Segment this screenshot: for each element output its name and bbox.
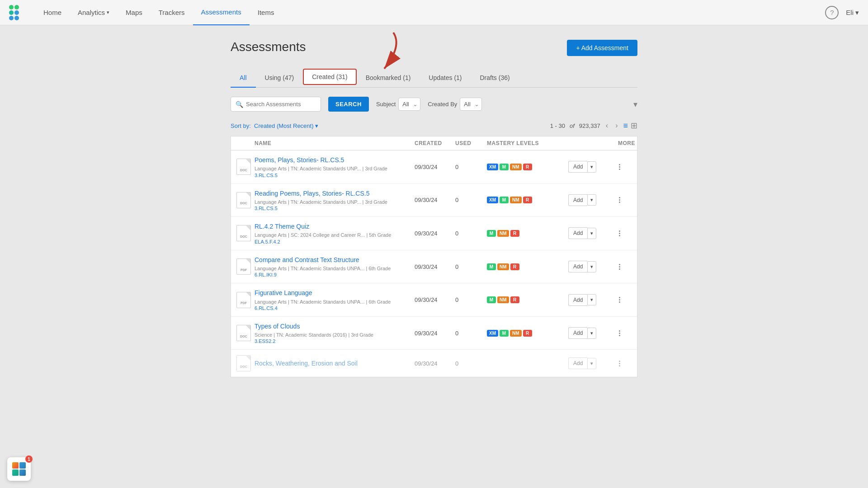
sort-value[interactable]: Created (Most Recent) — [254, 122, 314, 129]
tab-bookmarked[interactable]: Bookmarked (1) — [357, 69, 420, 88]
mastery-badge-nm: NM — [497, 296, 509, 303]
assessments-table: NAME CREATED USED MASTERY LEVELS MORE DO… — [231, 136, 637, 377]
item-standard-link[interactable]: 6.RL.CS.4 — [255, 305, 415, 311]
created-by-select[interactable]: All — [460, 98, 482, 111]
item-standard-link[interactable]: ELA.5.F.4.2 — [255, 239, 415, 244]
search-button[interactable]: SEARCH — [328, 97, 369, 112]
nav-links: Home Analytics ▾ Maps Trackers Assessmen… — [35, 0, 825, 25]
item-title-link[interactable]: Compare and Contrast Text Structure — [255, 256, 415, 264]
table-row: DOC Reading Poems, Plays, Stories- RL.CS… — [231, 184, 637, 217]
mastery-badge-m: M — [487, 296, 496, 303]
item-name-cell: Poems, Plays, Stories- RL.CS.5 Language … — [255, 156, 415, 178]
subject-select[interactable]: All — [398, 98, 420, 111]
more-options-button[interactable] — [618, 329, 621, 337]
more-options-button[interactable] — [618, 263, 621, 271]
add-button[interactable]: Add — [568, 161, 587, 173]
mastery-badges: MNMR — [487, 230, 568, 237]
doc-type-icon: DOC — [236, 355, 251, 371]
doc-type-icon: PDF — [236, 292, 251, 308]
nav-right: ? Eli ▾ — [825, 6, 859, 19]
doc-icon-cell: PDF — [236, 258, 255, 275]
add-dropdown: Add ▾ — [568, 161, 618, 173]
more-options-button[interactable] — [618, 230, 621, 237]
tab-drafts[interactable]: Drafts (36) — [471, 69, 519, 88]
add-caret-button[interactable]: ▾ — [587, 194, 596, 206]
pagination-info: 1 - 30 of 923,337 — [550, 122, 600, 129]
filter-expand-button[interactable]: ▾ — [633, 99, 637, 109]
mastery-badge-xm: XM — [487, 330, 498, 337]
logo-dot — [14, 16, 19, 20]
more-options-button[interactable] — [618, 196, 621, 204]
item-standard-link[interactable]: 3.RL.CS.5 — [255, 173, 415, 178]
mastery-badge-r: R — [510, 230, 519, 237]
app-logo[interactable] — [9, 5, 24, 20]
mastery-badge-m: M — [487, 263, 496, 270]
created-by-label: Created By — [428, 101, 457, 108]
item-title-link[interactable]: Reading Poems, Plays, Stories- RL.CS.5 — [255, 189, 415, 197]
tabs-wrapper: All Using (47) Created (31) Bookmarked (… — [231, 69, 637, 88]
add-caret-button[interactable]: ▾ — [587, 228, 596, 239]
add-assessment-button[interactable]: + Add Assessment — [567, 40, 637, 56]
search-icon: 🔍 — [236, 101, 243, 108]
next-page-button[interactable]: › — [613, 121, 619, 131]
tab-created[interactable]: Created (31) — [303, 69, 357, 85]
add-caret-button[interactable]: ▾ — [587, 328, 596, 339]
table-header: NAME CREATED USED MASTERY LEVELS MORE — [231, 136, 637, 150]
item-title-link[interactable]: Figurative Language — [255, 289, 415, 297]
nav-maps[interactable]: Maps — [118, 0, 151, 25]
more-options-button[interactable] — [618, 163, 621, 171]
more-options-button[interactable] — [618, 296, 621, 304]
page-header: Assessments + Add Assessment — [231, 40, 637, 56]
item-title-link[interactable]: Types of Clouds — [255, 322, 415, 330]
list-view-button[interactable]: ≡ — [623, 121, 628, 131]
main-content: Assessments + Add Assessment All Using (… — [222, 25, 646, 392]
mastery-badge-nm: NM — [497, 263, 509, 270]
item-title-link[interactable]: Rocks, Weathering, Erosion and Soil — [255, 359, 415, 367]
item-title-link[interactable]: RL.4.2 Theme Quiz — [255, 222, 415, 230]
nav-trackers[interactable]: Trackers — [151, 0, 193, 25]
col-created-header: CREATED — [415, 140, 455, 146]
more-options-button[interactable] — [618, 360, 621, 367]
item-title-link[interactable]: Poems, Plays, Stories- RL.CS.5 — [255, 156, 415, 164]
add-button[interactable]: Add — [568, 357, 587, 369]
item-created-date: 09/30/24 — [415, 296, 455, 303]
item-used-count: 0 — [455, 230, 487, 237]
add-caret-button[interactable]: ▾ — [587, 294, 596, 305]
search-box[interactable]: 🔍 — [231, 97, 321, 112]
grid-view-button[interactable]: ⊞ — [631, 121, 637, 131]
item-standard-link[interactable]: 3.RL.CS.5 — [255, 206, 415, 211]
item-used-count: 0 — [455, 164, 487, 170]
tab-updates[interactable]: Updates (1) — [420, 69, 471, 88]
mastery-badge-m: M — [500, 197, 509, 203]
item-standard-link[interactable]: 3.ESS2.2 — [255, 338, 415, 344]
item-meta: Language Arts | SC: 2024 College and Car… — [255, 232, 415, 239]
doc-icon-cell: DOC — [236, 325, 255, 341]
add-button[interactable]: Add — [568, 261, 587, 272]
doc-type-icon: DOC — [236, 325, 251, 341]
add-button[interactable]: Add — [568, 194, 587, 206]
mastery-badges: MNMR — [487, 263, 568, 270]
bottom-logo[interactable]: 1 — [7, 457, 31, 481]
more-cell — [618, 230, 632, 237]
nav-items[interactable]: Items — [250, 0, 283, 25]
add-caret-button[interactable]: ▾ — [587, 261, 596, 272]
user-menu[interactable]: Eli ▾ — [846, 9, 859, 17]
add-caret-button[interactable]: ▾ — [587, 358, 596, 369]
nav-assessments[interactable]: Assessments — [193, 0, 250, 25]
tab-using[interactable]: Using (47) — [256, 69, 303, 88]
add-button[interactable]: Add — [568, 294, 587, 306]
add-caret-button[interactable]: ▾ — [587, 161, 596, 173]
nav-home[interactable]: Home — [35, 0, 70, 25]
add-button[interactable]: Add — [568, 227, 587, 239]
item-name-cell: Rocks, Weathering, Erosion and Soil — [255, 359, 415, 367]
add-button[interactable]: Add — [568, 327, 587, 339]
item-name-cell: Reading Poems, Plays, Stories- RL.CS.5 L… — [255, 189, 415, 211]
help-button[interactable]: ? — [825, 6, 839, 19]
item-standard-link[interactable]: 6.RL.IKI.9 — [255, 272, 415, 277]
search-input[interactable] — [243, 97, 311, 111]
tab-all[interactable]: All — [231, 69, 256, 88]
mastery-badges: MNMR — [487, 296, 568, 303]
prev-page-button[interactable]: ‹ — [604, 121, 610, 131]
add-dropdown: Add ▾ — [568, 227, 618, 239]
nav-analytics[interactable]: Analytics ▾ — [70, 0, 118, 25]
